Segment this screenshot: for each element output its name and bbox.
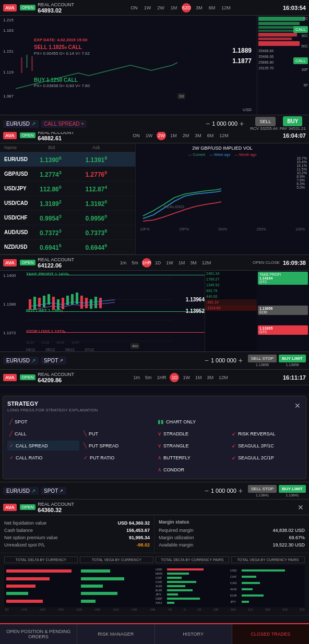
tf-1d-3[interactable]: 1D [153,260,163,266]
tf-6m-2[interactable]: 6M [206,132,216,139]
strategy-item-seagull-2c1p[interactable]: ↙ SEAGULL 2C/1P [230,453,302,463]
qty-control-4: − 1 000 000 + [205,487,243,495]
list-item[interactable]: USD/CHF 0.99543 0.99560 [0,211,135,225]
strategy-item-call-ratio[interactable]: ✓ CALL RATIO [7,453,79,463]
available-margin-value: 19,522.30 USD [272,542,305,548]
tf-12m-2[interactable]: 12M [218,132,230,139]
ava-logo-4: AVA [3,374,17,381]
vol-chart: 2W GBP/USD IMPLIED VOL — Current — Week … [136,143,309,254]
tf-3m-2[interactable]: 3M [193,132,203,139]
instrument-text-1: EUR/USD [6,121,30,127]
strategy-item-put[interactable]: ╲ PUT [81,429,153,439]
tf-on-2[interactable]: ON [131,132,141,139]
strategy-item-seagull-2p1c[interactable]: ↙ SEAGULL 2P/1C [230,441,302,451]
tf-1m-2[interactable]: 1M [169,132,179,139]
seagull-2c1p-label: SEAGULL 2C/1P [238,455,274,460]
tf-2m-2[interactable]: 2M [181,132,191,139]
list-item[interactable]: NZD/USD 0.69415 0.69446 [0,240,135,254]
put-ratio-icon: ✓ [84,455,88,460]
tf-6m-1[interactable]: 6M [207,5,217,11]
instrument-text-3: EUR/USD [6,358,30,363]
strategy-item-risk-reversal[interactable]: ↙ RISK REVERSAL [230,429,302,439]
panel3-chart-area: 1.1400 1.1386 1.1372 [0,271,309,351]
tf-3m-4[interactable]: 3M [206,374,216,381]
tf-1hr-3[interactable]: 1HR [142,258,151,268]
pair-name-usdchf: USD/CHF [4,215,40,221]
instrument-selector-4[interactable]: EUR/USD ↗ [3,487,39,495]
tf-1hr-4[interactable]: 1HR [155,374,168,381]
strategy-selector-1[interactable]: CALL SPREAD ▾ [41,120,87,128]
tf-1w-2[interactable]: 1W [144,132,154,139]
popup-close-button[interactable]: ✕ [294,402,301,410]
tf-1m-3b[interactable]: 1M [177,260,187,266]
strategy-arrow-1: ▾ [81,121,84,126]
list-item[interactable]: USD/JPY 112.860 112.874 [0,181,135,196]
qty-minus-4[interactable]: − [205,487,209,495]
buy-limit-button[interactable]: BUY LIMIT [279,355,306,362]
list-item[interactable]: GBP/USD 1.27743 1.27760 [0,167,135,181]
strategy-item-call-spread[interactable]: ✓ CALL SPREAD [7,441,79,451]
required-margin-label: Required margin [159,528,194,533]
tf-1m-4b[interactable]: 1M [194,374,204,381]
tf-1w-4[interactable]: 1W [181,374,192,381]
instrument-selector-3[interactable]: EUR/USD ↗ [3,357,39,364]
strategy-text-1: CALL SPREAD [44,121,80,127]
qty-plus-3[interactable]: + [239,356,243,364]
chart-title: 2W GBP/USD IMPLIED VOL [138,145,307,151]
strategy-item-straddle[interactable]: ∨ STRADDLE [156,429,228,439]
strategy-item-chart-only[interactable]: ▮▮ CHART ONLY [156,417,302,427]
tf-5m-3[interactable]: 5m [130,260,140,266]
tf-1d-4[interactable]: 1D [170,373,179,382]
sell-button-1[interactable]: SELL [255,117,275,126]
tf-3m-1[interactable]: 3M [194,5,204,11]
list-item[interactable]: USD/CAD 1.31892 1.31920 [0,196,135,211]
tf-1w-1[interactable]: 1W [142,5,153,11]
sell-stop-button-4[interactable]: SELL STOP [248,485,277,493]
watchlist-header: Name Bid Ask [0,143,135,152]
tf-on-1[interactable]: ON [129,5,139,11]
list-item[interactable]: AUD/USD 0.73723 0.73738 [0,225,135,240]
cash-row: Cash balance 156,453.67 [4,527,150,534]
strategy-item-strangle[interactable]: ∨ STRANGLE [156,441,228,451]
nav-closed-trades[interactable]: CLOSED TRADES [232,624,309,644]
strategy-item-condor[interactable]: ∧ CONDOR [156,465,228,475]
account-value-3: 64122.06 [38,262,62,269]
strategy-item-spot[interactable]: ╱ SPOT [7,417,79,427]
watchlist-container: Name Bid Ask EUR/USD 1.13906 1.13918 GBP… [0,143,136,254]
tf-5m-4[interactable]: 5m [144,374,153,381]
tf-1m-1[interactable]: 1M [169,5,179,11]
tf-62d-1[interactable]: 62D [182,3,191,13]
instrument-selector-1[interactable]: EUR/USD ↗ [3,120,39,128]
tf-2w-1[interactable]: 2W [156,5,166,11]
tf-2w-2[interactable]: 2W [157,131,166,140]
panel5-close-button[interactable]: ✕ [298,503,304,512]
strategy-item-butterfly[interactable]: ∧ BUTTERFLY [156,453,228,463]
tf-1m-3[interactable]: 1m [118,260,128,266]
qty-minus-1[interactable]: − [206,119,210,128]
tf-12m-1[interactable]: 12M [220,5,232,11]
strategy-display-4[interactable]: SPOT ↗ [41,487,66,495]
tf-1m-4[interactable]: 1m [132,374,141,381]
qty-plus-4[interactable]: + [239,487,243,495]
nav-risk-manager[interactable]: RISK MANAGER [77,624,154,644]
ask-usdchf: 0.99560 [86,214,131,222]
strategy-selector-3[interactable]: SPOT ↗ [41,357,66,364]
qty-plus-1[interactable]: + [240,119,244,128]
tf-1w-3[interactable]: 1W [164,260,175,266]
tf-12m-4[interactable]: 12M [217,374,230,381]
qty-minus-3[interactable]: − [205,356,209,364]
nav-open-positions[interactable]: OPEN POSITION & PENDING ORDERS [0,624,77,644]
list-item[interactable]: EUR/USD 1.13906 1.13918 [0,152,135,167]
ask-eurusd: 1.13918 [86,155,131,164]
buy-limit-button-4[interactable]: BUY LIMIT [279,485,306,493]
buy-button-1[interactable]: BUY [283,116,302,126]
strategy-item-put-spread[interactable]: ╲ PUT SPREAD [81,441,153,451]
account-label-1: REAL ACCOUNT [38,2,74,7]
tf-12m-3[interactable]: 12M [200,260,213,266]
tf-3m-3[interactable]: 3M [188,260,198,266]
delta-vega-section: TOTAL DELTA BY CURRENCY TOTAL VEGA BY CU… [0,553,309,616]
nav-history[interactable]: HISTORY [155,624,232,644]
strategy-item-put-ratio[interactable]: ✓ PUT RATIO [81,453,153,463]
strategy-item-call[interactable]: ╱ CALL [7,429,79,439]
sell-stop-button[interactable]: SELL STOP [248,355,277,362]
